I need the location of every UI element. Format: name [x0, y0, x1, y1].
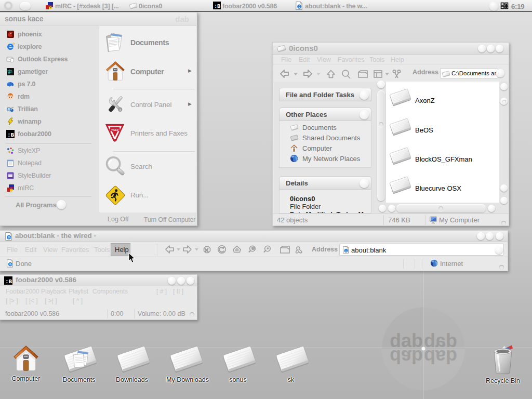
svg-text::B: :B [5, 278, 12, 285]
svg-text::B: :B [214, 3, 220, 9]
svg-text::B: :B [7, 132, 14, 138]
svg-text:dab: dab [390, 346, 423, 367]
svg-text:dab: dab [424, 346, 457, 367]
